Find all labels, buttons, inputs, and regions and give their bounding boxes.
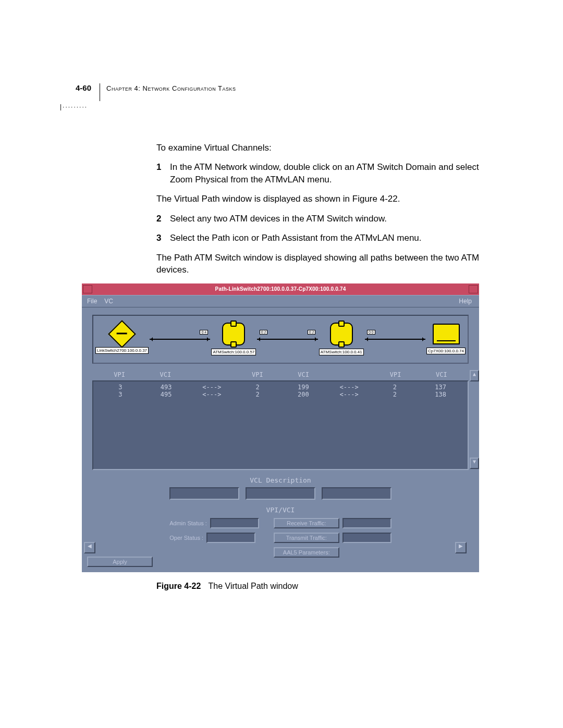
oper-status-label: Oper Status : <box>169 535 203 541</box>
switch-icon <box>330 323 353 346</box>
receive-traffic-field[interactable] <box>342 518 391 528</box>
col-vpi: VPI <box>373 371 419 378</box>
oper-status-field[interactable] <box>206 533 255 543</box>
node-switch-2[interactable]: 0:2 0:0 ATMSwitch:100.0.0.41 <box>319 323 364 355</box>
header-dots: |········· <box>60 103 236 110</box>
transmit-traffic-field[interactable] <box>342 533 391 543</box>
figure-text: The Virtual Path window <box>209 582 298 590</box>
path-table: VPI VCI VPI VCI VPI VCI 3493<--->2199<--… <box>92 369 469 470</box>
link-arrow <box>150 339 210 340</box>
switch-icon <box>222 323 245 346</box>
table-row[interactable]: 3493<--->2199<--->2137 <box>97 384 463 391</box>
node-switch-1[interactable]: 0:4 0:2 ATMSwitch:100.0.0.57 <box>211 323 256 355</box>
step-3-after: The Path ATM Switch window is displayed … <box>156 252 500 276</box>
node-label: ATMSwitch:100.0.0.41 <box>319 349 364 355</box>
page-number: 4-60 <box>76 83 91 92</box>
col-vpi: VPI <box>96 371 142 378</box>
figure-number: Figure 4-22 <box>156 582 201 590</box>
virtual-path-window: Path-LinkSwitch2700:100.0.0.37-Cp7X00:10… <box>82 283 479 572</box>
scroll-left-icon[interactable]: ◀ <box>84 542 95 553</box>
window-menu-icon[interactable] <box>83 285 92 293</box>
scroll-right-icon[interactable]: ▶ <box>455 542 467 553</box>
vcl-desc-field-2[interactable] <box>246 487 315 500</box>
node-label: LinkSwitch2700:100.0.0.37 <box>95 347 149 354</box>
vcl-description-label: VCL Description <box>82 476 479 484</box>
col-vci: VCI <box>419 371 464 378</box>
link-arrow <box>257 339 317 340</box>
step-2-text: Select any two ATM devices in the ATM Sw… <box>170 213 387 225</box>
chapter-title: Chapter 4: Network Configuration Tasks <box>106 84 236 92</box>
port-label: 0:2 <box>260 330 268 335</box>
scroll-down-icon[interactable]: ▼ <box>470 458 479 469</box>
table-header: VPI VCI VPI VCI VPI VCI <box>92 369 469 380</box>
admin-status-label: Admin Status : <box>169 520 207 526</box>
menu-file[interactable]: File <box>87 298 97 305</box>
vcl-desc-field-3[interactable] <box>322 487 391 500</box>
port-label: 0:0 <box>367 330 375 335</box>
topology-panel: LinkSwitch2700:100.0.0.37 0:4 0:2 ATMSwi… <box>92 315 469 364</box>
step-1-text: In the ATM Network window, double click … <box>170 161 500 186</box>
table-row[interactable]: 3495<--->2200<--->2138 <box>97 391 463 398</box>
vcl-desc-field-1[interactable] <box>169 487 239 500</box>
step-3-text: Select the Path icon or Path Assistant f… <box>170 232 422 244</box>
hscrollbar[interactable]: ◀ ▶ <box>84 542 467 550</box>
node-endpoint-right[interactable]: Cp7X00:100.0.0.74 <box>426 324 466 354</box>
port-label: 0:2 <box>308 330 316 335</box>
figure-caption: Figure 4-22 The Virtual Path window <box>156 582 500 591</box>
window-title: Path-LinkSwitch2700:100.0.0.37-Cp7X00:10… <box>93 286 468 292</box>
transmit-traffic-button[interactable]: Transmit Traffic: <box>274 533 339 543</box>
step-num-1: 1 <box>156 161 167 186</box>
port-label: 0:4 <box>200 330 208 335</box>
titlebar[interactable]: Path-LinkSwitch2700:100.0.0.37-Cp7X00:10… <box>82 283 479 295</box>
device-icon <box>433 324 460 344</box>
node-label: Cp7X00:100.0.0.74 <box>426 348 466 354</box>
col-vpi: VPI <box>235 371 280 378</box>
step-1-after: The Virtual Path window is displayed as … <box>156 193 500 205</box>
admin-status-field[interactable] <box>210 518 259 528</box>
vscrollbar[interactable]: ▲ ▼ <box>470 370 479 469</box>
intro-text: To examine Virtual Channels: <box>156 142 500 154</box>
step-num-2: 2 <box>156 213 167 225</box>
col-vci: VCI <box>142 371 188 378</box>
node-label: ATMSwitch:100.0.0.57 <box>211 349 256 355</box>
menu-vc[interactable]: VC <box>104 298 113 305</box>
link-arrow <box>365 339 425 340</box>
receive-traffic-button[interactable]: Receive Traffic: <box>274 518 339 528</box>
node-endpoint-left[interactable]: LinkSwitch2700:100.0.0.37 <box>95 324 149 354</box>
maximize-icon[interactable] <box>469 285 478 293</box>
menu-help[interactable]: Help <box>459 298 472 305</box>
scroll-up-icon[interactable]: ▲ <box>470 370 479 381</box>
diamond-icon <box>108 320 136 348</box>
table-body[interactable]: 3493<--->2199<--->2137 3495<--->2200<---… <box>92 380 469 470</box>
menubar: File VC Help <box>82 295 479 307</box>
step-num-3: 3 <box>156 232 167 244</box>
apply-button[interactable]: Apply <box>87 557 153 567</box>
col-vci: VCI <box>280 371 326 378</box>
vpivci-label: VPI/VCI <box>82 506 479 514</box>
